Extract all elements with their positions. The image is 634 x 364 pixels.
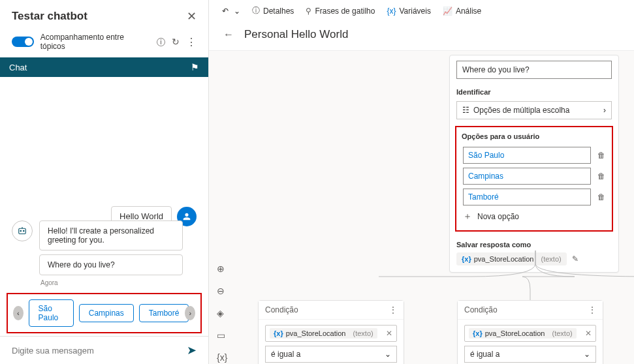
option-input[interactable] — [463, 189, 591, 205]
multichoice-icon: ☷ — [462, 106, 469, 115]
trash-icon[interactable]: 🗑 — [597, 172, 605, 181]
condition-variable[interactable]: {x}pva_StoreLocation (texto) ✕ — [265, 325, 397, 342]
clear-icon[interactable]: ✕ — [585, 329, 592, 338]
undo-dropdown-icon[interactable]: ⌄ — [234, 7, 240, 16]
chevron-down-icon: ⌄ — [385, 350, 391, 359]
identify-selector[interactable]: ☷Opções de múltipla escolha › — [456, 101, 612, 119]
option-input[interactable] — [463, 168, 591, 185]
variable-rail-icon[interactable]: {x} — [217, 352, 227, 363]
analytics-button[interactable]: 📈Análise — [443, 7, 481, 16]
operator-select[interactable]: é igual a⌄ — [464, 346, 596, 363]
save-as-label: Salvar resposta como — [450, 237, 618, 250]
condition-title: Condição — [464, 305, 498, 314]
trash-icon[interactable]: 🗑 — [597, 192, 605, 202]
reload-icon[interactable]: ↻ — [172, 37, 180, 47]
info-icon[interactable]: i — [157, 38, 165, 46]
zoom-out-icon[interactable]: ⊖ — [217, 286, 227, 296]
details-button[interactable]: ⓘDetalhes — [252, 5, 294, 16]
suggestion-chip[interactable]: Tamboré — [139, 304, 189, 322]
condition-node[interactable]: Condição ⋮ {x}pva_StoreLocation (texto) … — [258, 300, 404, 364]
bot-timestamp: Agora — [40, 279, 183, 286]
chat-header-label: Chat — [9, 63, 27, 72]
plus-icon: ＋ — [463, 211, 472, 222]
trash-icon[interactable]: 🗑 — [597, 151, 605, 160]
question-text[interactable]: Where do you live? — [456, 61, 612, 79]
map-icon[interactable]: ▭ — [217, 330, 227, 341]
more-icon[interactable]: ⋮ — [186, 36, 197, 48]
question-node[interactable]: Where do you live? Identificar ☷Opções d… — [449, 55, 619, 273]
bot-message: Hello! I'll create a personalized greeti… — [39, 220, 183, 250]
suggestion-chip[interactable]: Campinas — [79, 304, 134, 322]
undo-icon[interactable]: ↶ — [222, 7, 229, 16]
flag-icon[interactable]: ⚑ — [191, 62, 199, 72]
close-icon[interactable]: ✕ — [187, 9, 197, 23]
message-input[interactable] — [12, 346, 187, 356]
suggestion-chip[interactable]: São Paulo — [29, 299, 74, 327]
fit-icon[interactable]: ◈ — [217, 308, 227, 318]
options-label: Opções para o usuário — [460, 131, 608, 143]
condition-variable[interactable]: {x}pva_StoreLocation (texto) ✕ — [464, 325, 596, 342]
trigger-phrases-button[interactable]: ⚲Frases de gatilho — [306, 7, 375, 16]
more-icon[interactable]: ⋮ — [389, 305, 397, 314]
variables-button[interactable]: {x}Variáveis — [387, 7, 430, 16]
suggestion-row: ‹ São Paulo Campinas Tamboré › — [7, 293, 202, 333]
test-panel-title: Testar chatbot — [12, 10, 87, 23]
new-option-button[interactable]: ＋ Nova opção — [463, 211, 605, 222]
more-icon[interactable]: ⋮ — [588, 305, 596, 314]
tracking-label: Acompanhamento entre tópicos — [40, 33, 150, 51]
clear-icon[interactable]: ✕ — [386, 329, 392, 338]
condition-node[interactable]: Condição ⋮ {x}pva_StoreLocation (texto) … — [457, 300, 603, 364]
svg-point-1 — [20, 230, 22, 232]
bot-message: Where do you live? — [39, 254, 183, 275]
tracking-toggle[interactable] — [12, 37, 34, 47]
bot-avatar-icon — [12, 220, 33, 241]
send-icon[interactable]: ➤ — [187, 343, 197, 357]
page-title: Personal Hello World — [244, 28, 348, 41]
operator-select[interactable]: é igual a⌄ — [265, 346, 397, 363]
chevron-left-icon[interactable]: ‹ — [13, 306, 24, 320]
variable-pill[interactable]: {x}pva_StoreLocation (texto) — [456, 252, 567, 265]
identify-label: Identificar — [450, 85, 618, 99]
option-input[interactable] — [463, 147, 591, 164]
chevron-right-icon: › — [603, 106, 606, 115]
back-icon[interactable]: ← — [223, 29, 234, 40]
pencil-icon[interactable]: ✎ — [572, 254, 579, 264]
svg-point-2 — [24, 230, 25, 232]
zoom-in-icon[interactable]: ⊕ — [217, 264, 227, 274]
condition-title: Condição — [265, 305, 298, 314]
chevron-right-icon[interactable]: › — [185, 306, 195, 320]
chevron-down-icon: ⌄ — [584, 350, 590, 359]
svg-rect-0 — [19, 228, 26, 234]
